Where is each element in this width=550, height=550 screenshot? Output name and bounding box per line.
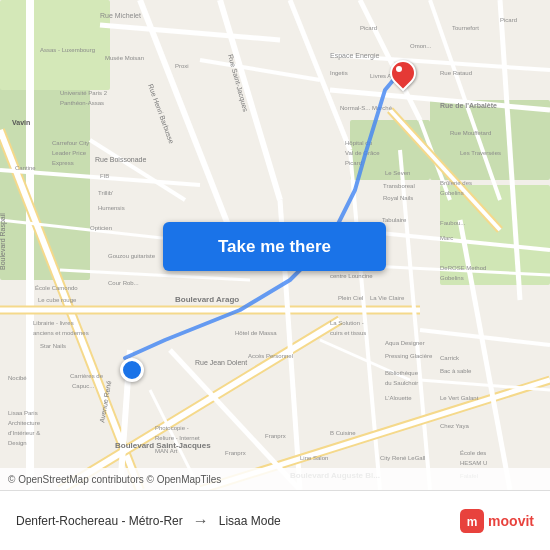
svg-text:Val de Grâce: Val de Grâce <box>345 150 380 156</box>
svg-text:Le cube rouge: Le cube rouge <box>38 297 77 303</box>
svg-text:d'Intérieur &: d'Intérieur & <box>8 430 40 436</box>
svg-text:Gouzou guitariste: Gouzou guitariste <box>108 253 156 259</box>
destination-marker <box>390 60 412 88</box>
svg-text:m: m <box>467 515 478 529</box>
svg-text:Line Salon: Line Salon <box>300 455 328 461</box>
svg-text:Carrières de: Carrières de <box>70 373 104 379</box>
svg-text:Boulevard Arago: Boulevard Arago <box>175 295 239 304</box>
svg-text:Leader Price: Leader Price <box>52 150 87 156</box>
svg-text:Star Nails: Star Nails <box>40 343 66 349</box>
svg-text:Boulevard Saint-Jacques: Boulevard Saint-Jacques <box>115 441 211 450</box>
svg-text:anciens et modernes: anciens et modernes <box>33 330 89 336</box>
svg-text:Franprx: Franprx <box>265 433 286 439</box>
moovit-logo: m moovit <box>460 509 534 533</box>
svg-text:Boulevard Raspail: Boulevard Raspail <box>0 213 7 270</box>
svg-text:Trillib': Trillib' <box>98 190 113 196</box>
route-to: Lisaa Mode <box>219 514 281 528</box>
svg-text:HESAM U: HESAM U <box>460 460 487 466</box>
svg-text:Les Traversées: Les Traversées <box>460 150 501 156</box>
route-info: Denfert-Rochereau - Métro-Rer → Lisaa Mo… <box>16 512 460 530</box>
bottom-bar: Denfert-Rochereau - Métro-Rer → Lisaa Mo… <box>0 490 550 550</box>
svg-text:Rue Boissonade: Rue Boissonade <box>95 156 146 163</box>
svg-text:Rue de l'Arbalète: Rue de l'Arbalète <box>440 102 497 109</box>
svg-text:Pressing Glacière: Pressing Glacière <box>385 353 433 359</box>
svg-text:Omon...: Omon... <box>410 43 432 49</box>
svg-text:B Cuisine: B Cuisine <box>330 430 356 436</box>
origin-marker <box>120 358 138 376</box>
svg-text:Plein Ciel: Plein Ciel <box>338 295 363 301</box>
svg-text:Transboreal: Transboreal <box>383 183 415 189</box>
svg-text:Design: Design <box>8 440 27 446</box>
svg-text:Rue Michelet: Rue Michelet <box>100 12 141 19</box>
svg-text:Franprx: Franprx <box>225 450 246 456</box>
moovit-text: moovit <box>488 513 534 529</box>
svg-text:Rue Jean Dolent: Rue Jean Dolent <box>195 359 247 366</box>
svg-text:Musée Moisan: Musée Moisan <box>105 55 144 61</box>
svg-text:DeROSE Method: DeROSE Method <box>440 265 486 271</box>
svg-text:Accès Personnel: Accès Personnel <box>248 353 293 359</box>
svg-text:Assas - Luxembourg: Assas - Luxembourg <box>40 47 95 53</box>
svg-text:Architecture: Architecture <box>8 420 41 426</box>
svg-text:École des: École des <box>460 450 486 456</box>
svg-text:Tabulaire: Tabulaire <box>382 217 407 223</box>
svg-text:Brûlerie des: Brûlerie des <box>440 180 472 186</box>
svg-text:L'Alouette: L'Alouette <box>385 395 412 401</box>
svg-text:Carrick: Carrick <box>440 355 460 361</box>
svg-text:Normal-S... Marché: Normal-S... Marché <box>340 105 393 111</box>
svg-text:Cour Rob...: Cour Rob... <box>108 280 139 286</box>
svg-text:École Camondo: École Camondo <box>35 285 78 291</box>
svg-text:Université Paris 2: Université Paris 2 <box>60 90 108 96</box>
svg-text:City René LeGall: City René LeGall <box>380 455 425 461</box>
svg-text:Gobelins: Gobelins <box>440 190 464 196</box>
svg-text:Picard: Picard <box>345 160 362 166</box>
svg-text:Tournefort: Tournefort <box>452 25 479 31</box>
svg-rect-2 <box>0 0 110 90</box>
svg-text:Lisaa Paris: Lisaa Paris <box>8 410 38 416</box>
svg-text:Opticien: Opticien <box>90 225 112 231</box>
svg-text:Royal Nails: Royal Nails <box>383 195 413 201</box>
svg-text:Photocopie -: Photocopie - <box>155 425 189 431</box>
svg-text:Gobelins: Gobelins <box>440 275 464 281</box>
svg-text:Faubou...: Faubou... <box>440 220 466 226</box>
route-from: Denfert-Rochereau - Métro-Rer <box>16 514 183 528</box>
svg-text:Le Seven: Le Seven <box>385 170 410 176</box>
svg-text:Aqua Designer: Aqua Designer <box>385 340 425 346</box>
svg-text:Carrefour City: Carrefour City <box>52 140 89 146</box>
svg-text:FIB: FIB <box>100 173 109 179</box>
svg-text:Espace Energie: Espace Energie <box>330 52 380 60</box>
svg-text:Le Vert Galant: Le Vert Galant <box>440 395 479 401</box>
route-arrow: → <box>193 512 209 530</box>
svg-text:Express: Express <box>52 160 74 166</box>
svg-text:Cantine: Cantine <box>15 165 36 171</box>
svg-text:du Saulchoir: du Saulchoir <box>385 380 418 386</box>
copyright-text: © OpenStreetMap contributors © OpenMapTi… <box>8 474 221 485</box>
svg-text:Chez Yaya: Chez Yaya <box>440 423 469 429</box>
svg-text:Marc: Marc <box>440 235 453 241</box>
button-label: Take me there <box>218 237 331 257</box>
svg-text:Picard: Picard <box>360 25 377 31</box>
svg-text:Proxi: Proxi <box>175 63 189 69</box>
svg-text:La Vie Claire: La Vie Claire <box>370 295 405 301</box>
svg-text:La Solution -: La Solution - <box>330 320 364 326</box>
svg-text:Panthéon-Assas: Panthéon-Assas <box>60 100 104 106</box>
svg-text:cuirs et tissus: cuirs et tissus <box>330 330 366 336</box>
svg-text:centre Louncine: centre Louncine <box>330 273 373 279</box>
svg-text:Ingetis: Ingetis <box>330 70 348 76</box>
svg-text:Rue Mouffetard: Rue Mouffetard <box>450 130 491 136</box>
moovit-icon: m <box>460 509 484 533</box>
svg-text:Librairie - livres: Librairie - livres <box>33 320 74 326</box>
svg-text:Picard: Picard <box>500 17 517 23</box>
svg-text:Hôtel de Massa: Hôtel de Massa <box>235 330 277 336</box>
copyright-bar: © OpenStreetMap contributors © OpenMapTi… <box>0 468 550 490</box>
map-container: Rue Michelet Assas - Luxembourg Musée Mo… <box>0 0 550 490</box>
svg-text:Vavin: Vavin <box>12 119 30 126</box>
svg-text:Nocibé: Nocibé <box>8 375 27 381</box>
svg-text:Humensis: Humensis <box>98 205 125 211</box>
svg-text:Capuc...: Capuc... <box>72 383 95 389</box>
svg-text:Bac à sable: Bac à sable <box>440 368 472 374</box>
svg-text:Bibliothèque: Bibliothèque <box>385 370 419 376</box>
take-me-there-button[interactable]: Take me there <box>163 222 386 271</box>
svg-text:Rue Rataud: Rue Rataud <box>440 70 472 76</box>
